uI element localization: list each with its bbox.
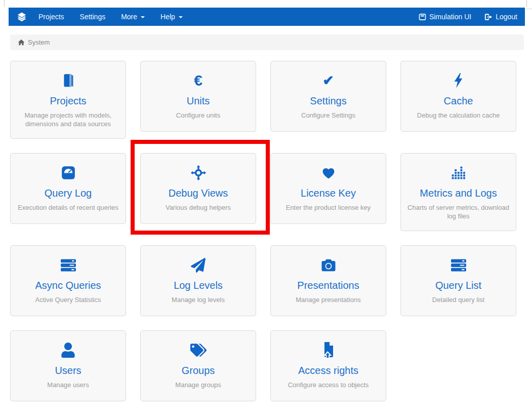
card-description: Active Query Statistics [15, 295, 121, 304]
logout-icon [484, 13, 493, 21]
nav-item-projects[interactable]: Projects [38, 13, 64, 21]
nav-item-label: Help [160, 13, 175, 21]
layers-icon [16, 11, 27, 22]
nav-item-more[interactable]: More [121, 13, 145, 21]
card-description: Manage projects with models, dimensions … [15, 111, 121, 128]
card-title: Cache [405, 95, 512, 107]
nav-item-simulation-ui[interactable]: Simulation UI [419, 13, 471, 21]
card-title: Metrics and Logs [405, 187, 512, 199]
nav-item-help[interactable]: Help [160, 13, 183, 21]
card-title: Projects [15, 95, 121, 107]
window-icon [419, 13, 426, 21]
card-title: Presentations [275, 279, 382, 291]
card-presentations[interactable]: Presentations Manage presentations [270, 245, 386, 316]
caret-down-icon [179, 16, 183, 18]
navbar-left: Projects Settings More Help [38, 13, 183, 21]
page: Projects Settings More Help [9, 8, 525, 401]
card-units[interactable]: € Units Configure units [140, 61, 256, 132]
breadcrumb-label: System [28, 39, 50, 46]
card-cache[interactable]: Cache Debug the calculation cache [400, 61, 516, 132]
card-groups[interactable]: Groups Manage groups [140, 330, 256, 401]
card-description: Manage log levels [145, 295, 252, 304]
card-description: Detailed query list [405, 295, 512, 304]
breadcrumb-item-system[interactable]: System [18, 39, 50, 46]
card-debug-views[interactable]: Debug Views Various debug helpers [140, 153, 256, 224]
card-title: Query Log [15, 187, 121, 199]
card-description: Manage users [15, 381, 121, 389]
crosshairs-icon [145, 164, 252, 181]
equalizer-icon [405, 164, 512, 181]
card-title: Log Levels [145, 279, 252, 291]
nav-item-label: Settings [80, 13, 106, 21]
paper-plane-icon [145, 256, 252, 274]
card-async-queries[interactable]: Async Queries Active Query Statistics [10, 245, 126, 316]
camera-icon [275, 256, 382, 274]
nav-item-label: More [121, 13, 137, 21]
card-license-key[interactable]: License Key Enter the product license ke… [270, 153, 386, 224]
card-description: Debug the calculation cache [405, 111, 512, 120]
card-description: Configure access to objects [275, 381, 382, 389]
frame-artifact [526, 9, 532, 9]
nav-item-label: Logout [496, 13, 517, 21]
card-description: Various debug helpers [145, 203, 252, 212]
card-title: Groups [145, 364, 252, 377]
book-icon [15, 72, 121, 89]
card-description: Configure Settings [275, 111, 382, 120]
card-title: Settings [275, 95, 382, 107]
card-description: Charts of server metrics, download log f… [405, 203, 512, 220]
nav-item-settings[interactable]: Settings [80, 13, 106, 21]
tasks-icon [405, 256, 512, 274]
card-title: Debug Views [145, 187, 252, 199]
scale-icon [15, 164, 121, 181]
card-description: Manage presentations [275, 295, 382, 304]
card-description: Execution details of recent queries [15, 203, 121, 212]
card-query-log[interactable]: Query Log Execution details of recent qu… [10, 153, 126, 224]
heart-icon [275, 164, 382, 181]
card-query-list[interactable]: Query List Detailed query list [400, 245, 516, 316]
card-users[interactable]: Users Manage users [10, 330, 126, 401]
euro-icon: € [145, 72, 252, 89]
navbar-right: Simulation UI Logout [419, 13, 517, 21]
card-title: Users [15, 364, 121, 377]
frame-artifact [4, 0, 5, 7]
cards-grid: Projects Manage projects with models, di… [9, 61, 525, 401]
check-icon: ✔ [275, 72, 382, 89]
bolt-icon [405, 72, 512, 89]
tasks-icon [15, 256, 121, 274]
card-projects[interactable]: Projects Manage projects with models, di… [10, 61, 126, 139]
nav-item-label: Projects [38, 13, 64, 21]
nav-item-label: Simulation UI [429, 13, 471, 21]
caret-down-icon [141, 16, 145, 18]
frame-artifact [526, 0, 527, 7]
nav-item-logout[interactable]: Logout [484, 13, 517, 21]
card-description: Enter the product license key [275, 203, 382, 212]
card-settings[interactable]: ✔ Settings Configure Settings [270, 61, 386, 132]
card-title: License Key [275, 187, 382, 199]
breadcrumb: System [10, 34, 524, 50]
tags-icon [145, 342, 252, 359]
card-access-rights[interactable]: Access rights Configure access to object… [270, 330, 386, 401]
card-title: Units [145, 95, 252, 107]
card-title: Async Queries [15, 279, 121, 291]
top-navbar: Projects Settings More Help [9, 8, 525, 26]
card-description: Manage groups [145, 381, 252, 389]
card-title: Access rights [275, 364, 382, 377]
user-icon [15, 342, 121, 359]
card-title: Query List [405, 279, 512, 291]
card-description: Configure units [145, 111, 252, 120]
home-icon [18, 39, 25, 46]
brand-link[interactable] [16, 11, 27, 22]
file-upload-icon [275, 342, 382, 359]
card-log-levels[interactable]: Log Levels Manage log levels [140, 245, 256, 316]
card-metrics-and-logs[interactable]: Metrics and Logs Charts of server metric… [400, 153, 516, 231]
